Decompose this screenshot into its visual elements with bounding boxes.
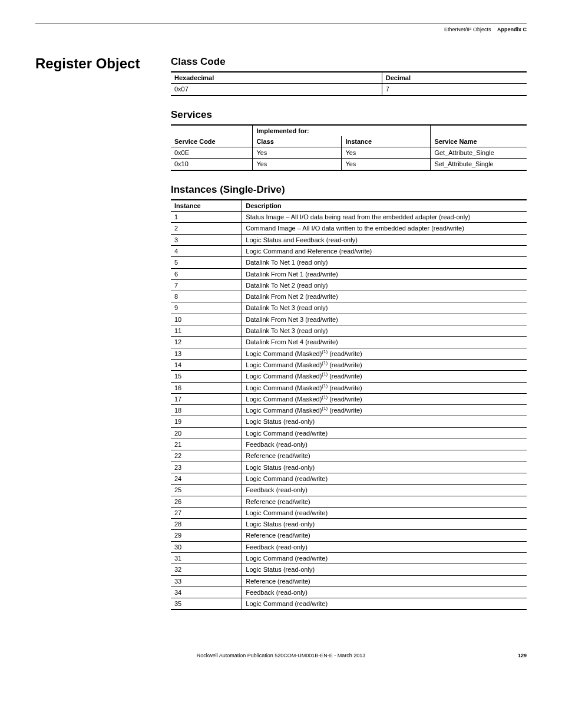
instance-number: 20 xyxy=(171,427,242,439)
instance-desc: Logic Command (read/write) xyxy=(242,427,527,439)
instance-desc: Logic Command (Masked)(1) (read/write) xyxy=(242,348,527,359)
instance-desc: Logic Status (read-only) xyxy=(242,462,527,473)
instance-number: 35 xyxy=(171,598,242,610)
table-row: 6Datalink From Net 1 (read/write) xyxy=(171,268,527,279)
page-footer: Rockwell Automation Publication 520COM-U… xyxy=(35,653,527,658)
instance-number: 2 xyxy=(171,223,242,234)
instances-table: Instance Description 1Status Image – All… xyxy=(171,199,527,611)
instance-desc: Datalink From Net 4 (read/write) xyxy=(242,337,527,348)
services-col-instance: Instance xyxy=(342,136,431,147)
classcode-col-hex: Hexadecimal xyxy=(171,72,382,84)
section-title: Register Object xyxy=(35,56,171,71)
table-row: 22Reference (read/write) xyxy=(171,450,527,462)
table-row: 16Logic Command (Masked)(1) (read/write) xyxy=(171,382,527,393)
instance-desc: Reference (read/write) xyxy=(242,530,527,541)
instance-number: 11 xyxy=(171,325,242,337)
table-row: 34Feedback (read-only) xyxy=(171,587,527,598)
table-row: 0x0EYesYesGet_Attribute_Single xyxy=(171,147,527,159)
table-row: 17Logic Command (Masked)(1) (read/write) xyxy=(171,393,527,404)
instance-desc: Feedback (read-only) xyxy=(242,587,527,598)
instance-number: 27 xyxy=(171,507,242,518)
instance-number: 32 xyxy=(171,564,242,575)
table-row: 8Datalink From Net 2 (read/write) xyxy=(171,291,527,302)
instance-desc: Feedback (read-only) xyxy=(242,439,527,450)
instance-desc: Reference (read/write) xyxy=(242,575,527,587)
instance-number: 21 xyxy=(171,439,242,450)
header-appendix: Appendix C xyxy=(497,27,527,32)
instance-desc: Logic Command (read/write) xyxy=(242,552,527,564)
services-cell: Yes xyxy=(253,147,342,159)
services-blank-left xyxy=(171,125,253,136)
table-row: 0x10YesYesSet_Attribute_Single xyxy=(171,159,527,170)
instance-number: 19 xyxy=(171,416,242,427)
footer-pub: Rockwell Automation Publication 520COM-U… xyxy=(197,653,366,658)
services-blank-right xyxy=(431,125,527,136)
instance-number: 23 xyxy=(171,462,242,473)
instance-desc: Logic Status (read-only) xyxy=(242,564,527,575)
services-cell: Yes xyxy=(253,159,342,170)
instance-number: 9 xyxy=(171,302,242,314)
instance-desc: Logic Command (read/write) xyxy=(242,598,527,610)
table-row: 23Logic Status (read-only) xyxy=(171,462,527,473)
instance-desc: Logic Status (read-only) xyxy=(242,519,527,530)
instance-number: 13 xyxy=(171,348,242,359)
instance-number: 10 xyxy=(171,314,242,325)
services-col-code: Service Code xyxy=(171,136,253,147)
instance-desc: Command Image – All I/O data written to … xyxy=(242,223,527,234)
running-header: EtherNet/IP Objects Appendix C xyxy=(35,27,527,32)
services-cell: 0x10 xyxy=(171,159,253,170)
instance-number: 29 xyxy=(171,530,242,541)
table-row: 9Datalink To Net 3 (read only) xyxy=(171,302,527,314)
instance-number: 30 xyxy=(171,541,242,552)
instance-desc: Datalink From Net 3 (read/write) xyxy=(242,314,527,325)
instance-number: 34 xyxy=(171,587,242,598)
table-row: 12Datalink From Net 4 (read/write) xyxy=(171,337,527,348)
header-subject: EtherNet/IP Objects xyxy=(444,27,491,32)
instance-desc: Logic Command (Masked)(1) (read/write) xyxy=(242,359,527,370)
services-cell: 0x0E xyxy=(171,147,253,159)
services-cell: Yes xyxy=(342,147,431,159)
instances-col-instance: Instance xyxy=(171,200,242,212)
instance-desc: Reference (read/write) xyxy=(242,496,527,507)
instance-desc: Reference (read/write) xyxy=(242,450,527,462)
classcode-dec: 7 xyxy=(382,84,527,95)
instance-number: 16 xyxy=(171,382,242,393)
table-row: 21Feedback (read-only) xyxy=(171,439,527,450)
instance-desc: Logic Status and Feedback (read-only) xyxy=(242,234,527,245)
table-row: 10Datalink From Net 3 (read/write) xyxy=(171,314,527,325)
services-impl-label: Implemented for: xyxy=(253,125,431,136)
table-row: 4Logic Command and Reference (read/write… xyxy=(171,245,527,256)
table-row: 30Feedback (read-only) xyxy=(171,541,527,552)
table-row: 1Status Image – All I/O data being read … xyxy=(171,212,527,223)
services-col-name: Service Name xyxy=(431,136,527,147)
instance-number: 15 xyxy=(171,371,242,382)
instances-col-desc: Description xyxy=(242,200,527,212)
table-row: 20Logic Command (read/write) xyxy=(171,427,527,439)
table-row: 19Logic Status (read-only) xyxy=(171,416,527,427)
services-table: Implemented for: Service Code Class Inst… xyxy=(171,124,527,171)
instance-desc: Feedback (read-only) xyxy=(242,541,527,552)
instance-desc: Feedback (read-only) xyxy=(242,485,527,496)
instance-number: 22 xyxy=(171,450,242,462)
instance-desc: Datalink To Net 2 (read only) xyxy=(242,279,527,291)
instance-number: 17 xyxy=(171,393,242,404)
table-row: 35Logic Command (read/write) xyxy=(171,598,527,610)
instance-number: 26 xyxy=(171,496,242,507)
table-row: 32Logic Status (read-only) xyxy=(171,564,527,575)
table-row: 2Command Image – All I/O data written to… xyxy=(171,223,527,234)
table-row: 3Logic Status and Feedback (read-only) xyxy=(171,234,527,245)
services-cell: Yes xyxy=(342,159,431,170)
instance-number: 33 xyxy=(171,575,242,587)
instance-desc: Datalink From Net 1 (read/write) xyxy=(242,268,527,279)
classcode-col-dec: Decimal xyxy=(382,72,527,84)
table-row: 15Logic Command (Masked)(1) (read/write) xyxy=(171,371,527,382)
services-heading: Services xyxy=(171,109,527,121)
footer-page: 129 xyxy=(518,653,527,658)
table-row: 29Reference (read/write) xyxy=(171,530,527,541)
services-cell: Get_Attribute_Single xyxy=(431,147,527,159)
instance-desc: Logic Command (Masked)(1) (read/write) xyxy=(242,371,527,382)
table-row: 26Reference (read/write) xyxy=(171,496,527,507)
table-row: 5Datalink To Net 1 (read only) xyxy=(171,257,527,268)
instance-desc: Datalink To Net 3 (read only) xyxy=(242,325,527,337)
instance-number: 28 xyxy=(171,519,242,530)
